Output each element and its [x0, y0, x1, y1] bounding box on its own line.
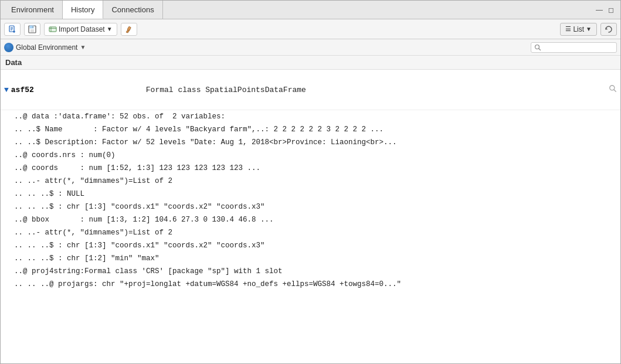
search-icon [534, 44, 541, 51]
content-area[interactable]: ▼ asf52 Formal class SpatialPointsDataFr… [1, 70, 620, 364]
list-view-button[interactable]: ☰ List ▼ [560, 23, 597, 36]
detail-lines: ..@ data :'data.frame': 52 obs. of 2 var… [1, 110, 620, 291]
detail-line-12: ..@ proj4string:Formal class 'CRS' [pack… [1, 265, 620, 278]
toolbar-left: Import Dataset ▼ [4, 23, 137, 36]
detail-line-3: ..@ coords.nrs : num(0) [1, 149, 620, 162]
broom-button[interactable] [121, 23, 137, 36]
window-controls: — ◻ [595, 5, 620, 15]
svg-line-17 [614, 89, 616, 91]
svg-rect-8 [30, 29, 34, 32]
tab-environment[interactable]: Environment [3, 1, 63, 19]
detail-line-4: ..@ coords : num [1:52, 1:3] 123 123 123… [1, 162, 620, 175]
import-dataset-label: Import Dataset [59, 25, 105, 33]
search-input[interactable] [543, 43, 613, 52]
variable-search-icon[interactable] [581, 73, 617, 108]
tab-history-label: History [71, 5, 94, 14]
variable-name: asf52 [11, 84, 146, 96]
minimize-button[interactable]: — [595, 5, 604, 15]
detail-line-10: .. .. ..$ : chr [1:3] "coords.x1" "coord… [1, 239, 620, 252]
toolbar-right: ☰ List ▼ [560, 23, 617, 36]
detail-line-5: .. ..- attr(*, "dimnames")=List of 2 [1, 175, 620, 188]
env-search-box[interactable] [531, 42, 617, 53]
svg-line-15 [539, 48, 541, 50]
new-script-button[interactable] [4, 23, 21, 36]
global-environment-selector[interactable]: Global Environment ▼ [4, 43, 86, 52]
tab-history[interactable]: History [63, 1, 103, 19]
variable-class: Formal class SpatialPointsDataFrame [146, 84, 581, 96]
detail-line-7: .. .. ..$ : chr [1:3] "coords.x1" "coord… [1, 200, 620, 213]
list-chevron-icon: ▼ [586, 26, 592, 32]
detail-line-0: ..@ data :'data.frame': 52 obs. of 2 var… [1, 110, 620, 123]
refresh-button[interactable] [600, 23, 617, 36]
detail-line-9: .. ..- attr(*, "dimnames")=List of 2 [1, 226, 620, 239]
toolbar: Import Dataset ▼ ☰ List ▼ [1, 19, 620, 39]
import-dropdown-chevron: ▼ [107, 26, 113, 32]
tabs-left: Environment History Connections [3, 1, 163, 19]
import-dataset-button[interactable]: Import Dataset ▼ [44, 23, 117, 36]
env-chevron-icon: ▼ [80, 44, 86, 50]
globe-icon [4, 43, 13, 52]
detail-line-1: .. ..$ Name : Factor w/ 4 levels "Backya… [1, 123, 620, 136]
list-icon: ☰ [565, 25, 571, 33]
list-label: List [573, 25, 584, 33]
env-selector-label: Global Environment [16, 43, 77, 52]
detail-line-2: .. ..$ Description: Factor w/ 52 levels … [1, 136, 620, 149]
svg-rect-13 [127, 26, 131, 30]
env-row: Global Environment ▼ [1, 39, 620, 56]
svg-rect-10 [49, 27, 56, 32]
save-button[interactable] [24, 23, 40, 36]
tab-environment-label: Environment [11, 5, 54, 14]
restore-button[interactable]: ◻ [606, 5, 616, 15]
detail-line-11: .. .. ..$ : chr [1:2] "min" "max" [1, 252, 620, 265]
detail-line-8: ..@ bbox : num [1:3, 1:2] 104.6 27.3 0 1… [1, 213, 620, 226]
detail-line-13: .. .. ..@ projargs: chr "+proj=longlat +… [1, 278, 620, 291]
variable-row: ▼ asf52 Formal class SpatialPointsDataFr… [1, 71, 620, 110]
data-section-label: Data [1, 56, 620, 70]
detail-line-6: .. .. ..$ : NULL [1, 188, 620, 200]
tab-bar: Environment History Connections — ◻ [1, 1, 620, 19]
tab-connections-label: Connections [111, 5, 154, 14]
tab-connections[interactable]: Connections [103, 1, 162, 19]
expand-icon[interactable]: ▼ [4, 84, 9, 96]
